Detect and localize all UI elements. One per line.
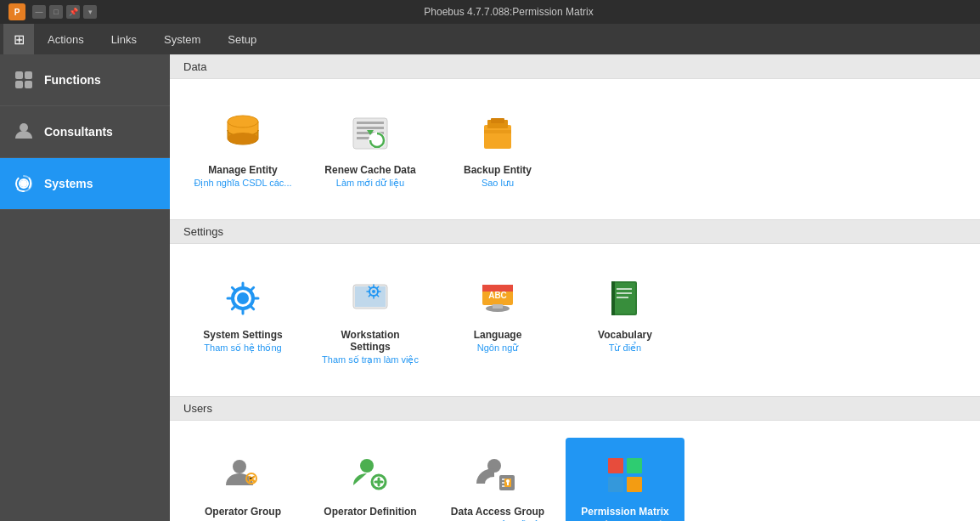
svg-point-20 xyxy=(237,292,249,304)
svg-rect-53 xyxy=(608,477,623,492)
manage-entity-item[interactable]: Manage Entity Định nghĩa CSDL các... xyxy=(183,96,302,202)
renew-cache-title: Renew Cache Data xyxy=(324,164,415,176)
svg-rect-16 xyxy=(484,125,511,149)
svg-rect-19 xyxy=(484,130,511,133)
settings-items-grid: System Settings Tham số hệ thống xyxy=(170,244,980,396)
vocabulary-subtitle: Từ điển xyxy=(609,343,641,354)
permission-matrix-item[interactable]: Permission Matrix Ma trận phân quyền xyxy=(566,438,684,521)
users-items-grid: Operator Group Nhóm thao tác viên Operat… xyxy=(170,421,980,521)
svg-rect-3 xyxy=(25,81,32,88)
backup-entity-item[interactable]: Backup Entity Sao lưu xyxy=(438,96,557,202)
system-settings-subtitle: Tham số hệ thống xyxy=(204,343,281,354)
operator-group-icon xyxy=(219,451,267,499)
svg-point-39 xyxy=(360,459,374,473)
maximize-button[interactable]: □ xyxy=(49,5,63,19)
manage-entity-title: Manage Entity xyxy=(208,164,277,176)
svg-rect-35 xyxy=(617,292,632,294)
functions-icon xyxy=(14,70,34,90)
svg-rect-34 xyxy=(617,288,632,290)
operator-group-title: Operator Group xyxy=(205,506,281,518)
svg-point-25 xyxy=(372,290,375,293)
svg-point-8 xyxy=(228,133,258,144)
workstation-settings-item[interactable]: Workstation Settings Tham số trạm làm vi… xyxy=(311,261,430,379)
menu-actions[interactable]: Actions xyxy=(34,24,98,54)
consultants-icon xyxy=(14,122,34,142)
language-icon: ABC xyxy=(474,275,521,322)
gear-blue-icon xyxy=(219,275,267,322)
language-item[interactable]: ABC Language Ngôn ngữ xyxy=(438,261,557,379)
title-bar-left: P — □ 📌 ▾ xyxy=(8,3,97,20)
book-icon xyxy=(601,275,649,322)
data-access-icon xyxy=(474,451,521,499)
workstation-icon xyxy=(346,275,394,322)
operator-group-item[interactable]: Operator Group Nhóm thao tác viên xyxy=(183,438,302,521)
vocabulary-title: Vocabulary xyxy=(598,329,652,341)
renew-cache-subtitle: Làm mới dữ liệu xyxy=(336,178,404,189)
svg-rect-51 xyxy=(608,458,623,473)
operator-def-icon xyxy=(346,451,394,499)
svg-rect-0 xyxy=(15,71,23,79)
data-items-grid: Manage Entity Định nghĩa CSDL các... xyxy=(170,79,980,219)
consultants-label: Consultants xyxy=(44,125,113,139)
minimize-button[interactable]: — xyxy=(32,5,46,19)
sidebar: Functions Consultants xyxy=(0,54,170,521)
sidebar-item-systems[interactable]: Systems xyxy=(0,158,170,210)
svg-rect-52 xyxy=(627,458,642,473)
backup-entity-subtitle: Sao lưu xyxy=(482,178,514,189)
sidebar-item-consultants[interactable]: Consultants xyxy=(0,106,170,158)
vocabulary-item[interactable]: Vocabulary Từ điển xyxy=(566,261,684,379)
database-icon xyxy=(219,110,267,157)
systems-icon xyxy=(14,173,34,194)
grid-menu-button[interactable]: ⊞ xyxy=(3,24,34,54)
app-logo: P xyxy=(8,3,25,20)
permission-matrix-title: Permission Matrix xyxy=(581,506,668,518)
workstation-settings-title: Workstation Settings xyxy=(321,329,420,353)
menu-setup[interactable]: Setup xyxy=(214,24,270,54)
svg-rect-30 xyxy=(493,304,503,309)
cache-icon xyxy=(346,110,394,157)
content-area: Data Manage Entity Định nghĩa CSDL các..… xyxy=(170,54,980,521)
grid-icon: ⊞ xyxy=(14,31,25,48)
svg-rect-2 xyxy=(15,81,23,88)
title-bar: P — □ 📌 ▾ Phoebus 4.7.7.088:Permission M… xyxy=(0,0,980,24)
pin-button[interactable]: 📌 xyxy=(66,5,80,19)
svg-point-4 xyxy=(20,123,28,132)
data-access-group-item[interactable]: Data Access Group Nhóm truy cập dữ liệu xyxy=(438,438,557,521)
data-access-group-title: Data Access Group xyxy=(451,506,544,518)
menu-links[interactable]: Links xyxy=(98,24,150,54)
svg-rect-50 xyxy=(507,482,509,485)
users-section-header: Users xyxy=(170,396,980,421)
sidebar-item-functions[interactable]: Functions xyxy=(0,54,170,106)
language-subtitle: Ngôn ngữ xyxy=(477,343,519,354)
svg-rect-18 xyxy=(491,118,504,123)
svg-point-6 xyxy=(22,182,25,185)
svg-rect-10 xyxy=(357,122,384,124)
permission-icon xyxy=(601,451,649,499)
settings-section-header: Settings xyxy=(170,219,980,244)
svg-rect-33 xyxy=(611,281,615,315)
svg-rect-11 xyxy=(357,127,384,129)
svg-rect-1 xyxy=(25,71,32,79)
operator-definition-item[interactable]: Operator Definition Thao tác viên xyxy=(311,438,430,521)
renew-cache-item[interactable]: Renew Cache Data Làm mới dữ liệu xyxy=(311,96,430,202)
main-layout: Functions Consultants xyxy=(0,54,980,521)
svg-rect-54 xyxy=(627,477,642,492)
svg-point-37 xyxy=(233,460,246,473)
menu-system[interactable]: System xyxy=(150,24,214,54)
app-title: Phoebus 4.7.7.088:Permission Matrix xyxy=(424,6,593,18)
data-section-header: Data xyxy=(170,54,980,79)
workstation-settings-subtitle: Tham số trạm làm việc xyxy=(322,354,419,365)
system-settings-title: System Settings xyxy=(203,329,282,341)
menu-bar: ⊞ Actions Links System Setup xyxy=(0,24,980,54)
title-bar-controls: — □ 📌 ▾ xyxy=(32,5,97,19)
svg-rect-36 xyxy=(617,297,628,298)
svg-text:ABC: ABC xyxy=(488,291,507,300)
backup-entity-title: Backup Entity xyxy=(464,164,532,176)
language-title: Language xyxy=(474,329,522,341)
functions-label: Functions xyxy=(44,73,101,87)
system-settings-item[interactable]: System Settings Tham số hệ thống xyxy=(183,261,302,379)
systems-label: Systems xyxy=(44,177,93,190)
expand-button[interactable]: ▾ xyxy=(83,5,97,19)
backup-icon xyxy=(474,110,521,157)
manage-entity-subtitle: Định nghĩa CSDL các... xyxy=(194,178,291,189)
